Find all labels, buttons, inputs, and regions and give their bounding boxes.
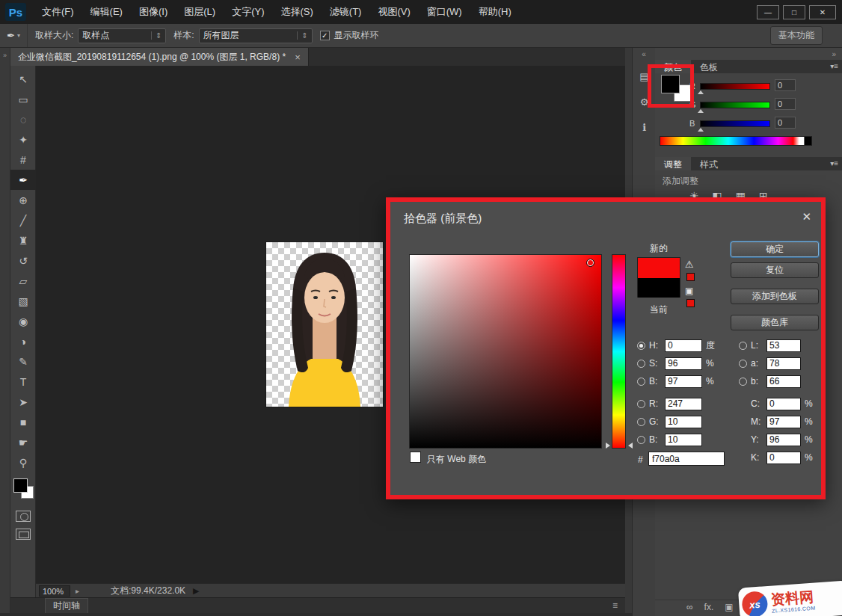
eyedropper-tool[interactable]: ✒ bbox=[10, 170, 36, 190]
green-radio[interactable] bbox=[637, 418, 645, 426]
document-tab[interactable]: 企业微信截图_20190819112654 (1).png @ 100% (图层… bbox=[10, 48, 309, 66]
timeline-menu-icon[interactable]: ≡ bbox=[612, 600, 618, 611]
lab-a-input[interactable] bbox=[766, 357, 801, 370]
lab-l-input[interactable] bbox=[766, 339, 801, 352]
current-color-swatch[interactable] bbox=[638, 278, 680, 298]
healing-brush-tool[interactable]: ⊕ bbox=[10, 190, 36, 210]
lab-b-input[interactable] bbox=[766, 375, 801, 388]
color-field-marker[interactable] bbox=[586, 259, 594, 267]
sample-size-dropdown[interactable]: 取样点 ⇕ bbox=[78, 28, 166, 43]
close-button[interactable]: ✕ bbox=[809, 5, 836, 19]
web-nearest-color-swatch[interactable] bbox=[686, 299, 695, 307]
reset-button[interactable]: 复位 bbox=[731, 262, 819, 278]
saturation-brightness-field[interactable] bbox=[409, 254, 602, 449]
blue-input[interactable] bbox=[665, 434, 702, 446]
red-radio[interactable] bbox=[637, 400, 645, 408]
red-slider-thumb[interactable] bbox=[698, 90, 704, 94]
magenta-input[interactable] bbox=[766, 416, 801, 428]
blue-slider-thumb[interactable] bbox=[698, 128, 704, 132]
color-spectrum-ramp[interactable] bbox=[660, 136, 812, 146]
lasso-tool[interactable]: ◌ bbox=[10, 109, 36, 129]
foreground-color-swatch[interactable] bbox=[13, 478, 28, 493]
collapse-panels-icon[interactable]: « bbox=[633, 48, 655, 60]
ok-button[interactable]: 确定 bbox=[731, 241, 819, 257]
green-slider[interactable] bbox=[700, 102, 770, 108]
green-input[interactable] bbox=[665, 416, 702, 428]
brightness-radio[interactable] bbox=[637, 378, 645, 386]
yellow-input[interactable] bbox=[766, 434, 801, 446]
cyan-input[interactable] bbox=[766, 398, 801, 410]
zoom-tool[interactable]: ⚲ bbox=[10, 452, 36, 472]
tab-swatches[interactable]: 色板 bbox=[691, 60, 727, 73]
panel-menu-icon[interactable]: ▾≡ bbox=[830, 159, 838, 167]
shape-tool[interactable]: ■ bbox=[10, 412, 36, 432]
menu-window[interactable]: 窗口(W) bbox=[419, 0, 470, 24]
screen-mode-button[interactable] bbox=[16, 529, 31, 540]
hue-radio[interactable] bbox=[637, 342, 645, 350]
status-flyout-icon[interactable]: ▶ bbox=[193, 586, 199, 596]
menu-type[interactable]: 文字(Y) bbox=[224, 0, 272, 24]
quick-mask-button[interactable] bbox=[16, 511, 31, 522]
green-slider-thumb[interactable] bbox=[698, 109, 704, 113]
status-options-icon[interactable]: ▸ bbox=[76, 587, 79, 595]
saturation-input[interactable] bbox=[665, 357, 702, 370]
hex-input[interactable] bbox=[648, 452, 725, 466]
gamut-warning-icon[interactable]: ⚠ bbox=[685, 259, 694, 270]
menu-edit[interactable]: 编辑(E) bbox=[82, 0, 131, 24]
red-input[interactable] bbox=[665, 398, 702, 410]
brush-tool[interactable]: ╱ bbox=[10, 210, 36, 230]
blue-value-field[interactable]: 0 bbox=[775, 117, 796, 129]
hue-slider-right-arrow[interactable] bbox=[628, 443, 633, 449]
expand-panels-icon[interactable]: » bbox=[655, 48, 842, 60]
tool-preset-picker[interactable]: ✒ ▾ bbox=[0, 24, 28, 47]
dodge-tool[interactable]: ◑ bbox=[10, 331, 36, 351]
menu-layer[interactable]: 图层(L) bbox=[176, 0, 224, 24]
left-dock-strip[interactable]: » bbox=[0, 48, 10, 616]
type-tool[interactable]: T bbox=[10, 372, 36, 392]
brightness-input[interactable] bbox=[665, 375, 702, 388]
tab-adjustments[interactable]: 调整 bbox=[655, 157, 691, 170]
gamut-nearest-color-swatch[interactable] bbox=[686, 273, 695, 281]
menu-help[interactable]: 帮助(H) bbox=[470, 0, 520, 24]
blue-radio[interactable] bbox=[637, 436, 645, 444]
lab-b-radio[interactable] bbox=[739, 378, 747, 386]
layer-mask-icon[interactable]: ▣ bbox=[725, 602, 733, 612]
black-input[interactable] bbox=[766, 452, 801, 464]
zoom-level-field[interactable]: 100% bbox=[39, 585, 70, 597]
panel-menu-icon[interactable]: ▾≡ bbox=[830, 62, 838, 70]
minimize-button[interactable]: — bbox=[757, 5, 779, 19]
gradient-tool[interactable]: ▧ bbox=[10, 291, 36, 311]
pen-tool[interactable]: ✎ bbox=[10, 351, 36, 372]
layer-style-icon[interactable]: fx. bbox=[704, 602, 714, 612]
clone-stamp-tool[interactable]: ♜ bbox=[10, 230, 36, 250]
menu-image[interactable]: 图像(I) bbox=[131, 0, 176, 24]
hue-slider[interactable] bbox=[612, 254, 626, 449]
web-warning-icon[interactable]: ▣ bbox=[685, 286, 693, 296]
crop-tool[interactable]: # bbox=[10, 150, 36, 170]
hue-input[interactable] bbox=[665, 339, 702, 352]
add-to-swatches-button[interactable]: 添加到色板 bbox=[731, 289, 819, 304]
saturation-radio[interactable] bbox=[637, 360, 645, 368]
lab-a-radio[interactable] bbox=[739, 360, 747, 368]
restore-button[interactable]: □ bbox=[783, 5, 805, 19]
history-brush-tool[interactable]: ↺ bbox=[10, 250, 36, 271]
red-value-field[interactable]: 0 bbox=[775, 79, 796, 91]
green-value-field[interactable]: 0 bbox=[775, 98, 796, 110]
hand-tool[interactable]: ☛ bbox=[10, 432, 36, 452]
hue-slider-left-arrow[interactable] bbox=[606, 443, 610, 449]
tab-styles[interactable]: 样式 bbox=[691, 157, 727, 170]
path-selection-tool[interactable]: ➤ bbox=[10, 392, 36, 412]
menu-view[interactable]: 视图(V) bbox=[369, 0, 418, 24]
blur-tool[interactable]: ◉ bbox=[10, 311, 36, 331]
quick-selection-tool[interactable]: ✦ bbox=[10, 129, 36, 150]
close-document-icon[interactable]: × bbox=[295, 52, 301, 63]
menu-filter[interactable]: 滤镜(T) bbox=[322, 0, 370, 24]
eraser-tool[interactable]: ▱ bbox=[10, 271, 36, 291]
menu-select[interactable]: 选择(S) bbox=[272, 0, 321, 24]
show-sampling-ring-checkbox[interactable]: ✓ bbox=[320, 31, 330, 40]
foreground-background-swatches[interactable] bbox=[10, 477, 36, 504]
photo-layer[interactable] bbox=[266, 242, 383, 407]
blue-slider[interactable] bbox=[700, 120, 770, 127]
dialog-close-icon[interactable]: ✕ bbox=[802, 210, 811, 224]
move-tool[interactable]: ↖ bbox=[10, 69, 36, 89]
